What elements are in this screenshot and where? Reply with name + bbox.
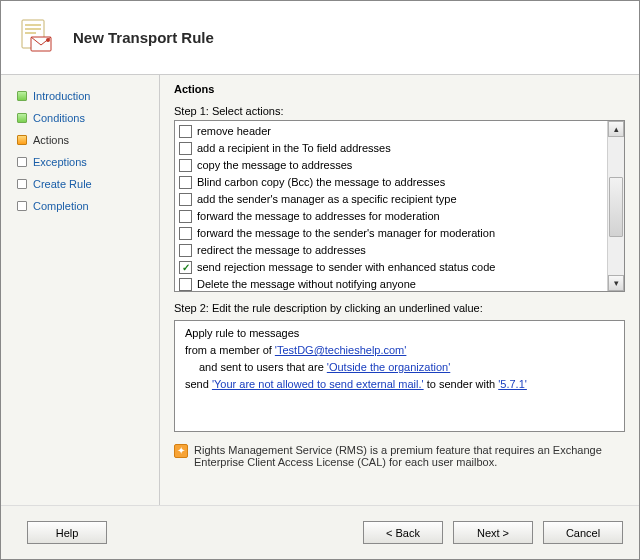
action-label: forward the message to the sender's mana… <box>197 225 495 242</box>
step-bullet-icon <box>17 179 27 189</box>
action-label: remove header <box>197 123 271 140</box>
nav-label: Introduction <box>33 90 90 102</box>
nav-step-conditions[interactable]: Conditions <box>17 107 159 129</box>
step1-label: Step 1: Select actions: <box>174 105 625 117</box>
checkbox-icon[interactable] <box>179 176 192 189</box>
rule-scope-prefix: and sent to users that are <box>199 361 327 373</box>
action-label: forward the message to addresses for mod… <box>197 208 440 225</box>
svg-rect-1 <box>25 24 41 26</box>
rule-rejection-msg-link[interactable]: 'Your are not allowed to send external m… <box>212 378 424 390</box>
actions-list-inner: remove header add a recipient in the To … <box>175 121 607 291</box>
step-bullet-icon <box>17 113 27 123</box>
action-row[interactable]: add a recipient in the To field addresse… <box>179 140 607 157</box>
scroll-thumb[interactable] <box>609 177 623 237</box>
rule-from-value-link[interactable]: 'TestDG@techieshelp.com' <box>275 344 407 356</box>
info-icon: ✦ <box>174 444 188 458</box>
rule-send-mid: to sender with <box>424 378 499 390</box>
step2-label: Step 2: Edit the rule description by cli… <box>174 302 625 314</box>
rule-apply-line: Apply rule to messages <box>181 325 618 342</box>
rule-status-code-link[interactable]: '5.7.1' <box>498 378 527 390</box>
action-row[interactable]: send rejection message to sender with en… <box>179 259 607 276</box>
action-row[interactable]: forward the message to addresses for mod… <box>179 208 607 225</box>
rule-from-line: from a member of 'TestDG@techieshelp.com… <box>181 342 618 359</box>
rms-note: ✦ Rights Management Service (RMS) is a p… <box>174 444 625 468</box>
scroll-track[interactable] <box>608 137 624 275</box>
rule-send-line: send 'Your are not allowed to send exter… <box>181 376 618 393</box>
checkbox-icon[interactable] <box>179 244 192 257</box>
action-label: Delete the message without notifying any… <box>197 276 416 291</box>
nav-step-completion[interactable]: Completion <box>17 195 159 217</box>
nav-step-actions[interactable]: Actions <box>17 129 159 151</box>
action-row[interactable]: copy the message to addresses <box>179 157 607 174</box>
rule-description-box: Apply rule to messages from a member of … <box>174 320 625 432</box>
action-label: redirect the message to addresses <box>197 242 366 259</box>
rule-scope-value-link[interactable]: 'Outside the organization' <box>327 361 450 373</box>
checkbox-icon[interactable] <box>179 125 192 138</box>
action-row[interactable]: Blind carbon copy (Bcc) the message to a… <box>179 174 607 191</box>
action-row[interactable]: remove header <box>179 123 607 140</box>
rule-scope-line: and sent to users that are 'Outside the … <box>181 359 618 376</box>
help-button[interactable]: Help <box>27 521 107 544</box>
action-label: add a recipient in the To field addresse… <box>197 140 391 157</box>
svg-rect-2 <box>25 28 41 30</box>
wizard-header: New Transport Rule <box>1 1 639 75</box>
nav-label: Exceptions <box>33 156 87 168</box>
step-bullet-icon <box>17 201 27 211</box>
step-bullet-icon <box>17 91 27 101</box>
action-label: send rejection message to sender with en… <box>197 259 495 276</box>
scroll-up-icon[interactable]: ▴ <box>608 121 624 137</box>
nav-label: Create Rule <box>33 178 92 190</box>
wizard-window: New Transport Rule Introduction Conditio… <box>0 0 640 560</box>
action-row[interactable]: Delete the message without notifying any… <box>179 276 607 291</box>
wizard-body: Introduction Conditions Actions Exceptio… <box>1 75 639 505</box>
rule-send-prefix: send <box>185 378 212 390</box>
next-button[interactable]: Next > <box>453 521 533 544</box>
back-button[interactable]: < Back <box>363 521 443 544</box>
nav-step-introduction[interactable]: Introduction <box>17 85 159 107</box>
actions-scrollbar[interactable]: ▴ ▾ <box>607 121 624 291</box>
checkbox-icon[interactable] <box>179 227 192 240</box>
action-label: add the sender's manager as a specific r… <box>197 191 457 208</box>
step-bullet-icon <box>17 135 27 145</box>
checkbox-icon[interactable] <box>179 142 192 155</box>
rule-from-prefix: from a member of <box>185 344 275 356</box>
nav-label: Completion <box>33 200 89 212</box>
checkbox-icon[interactable] <box>179 159 192 172</box>
checkbox-icon[interactable] <box>179 278 192 291</box>
wizard-title: New Transport Rule <box>73 29 214 46</box>
action-label: copy the message to addresses <box>197 157 352 174</box>
scroll-down-icon[interactable]: ▾ <box>608 275 624 291</box>
action-label: Blind carbon copy (Bcc) the message to a… <box>197 174 445 191</box>
nav-step-exceptions[interactable]: Exceptions <box>17 151 159 173</box>
nav-step-create-rule[interactable]: Create Rule <box>17 173 159 195</box>
checkbox-icon[interactable] <box>179 261 192 274</box>
wizard-footer: Help < Back Next > Cancel <box>1 505 639 559</box>
action-row[interactable]: add the sender's manager as a specific r… <box>179 191 607 208</box>
nav-label: Conditions <box>33 112 85 124</box>
page-heading: Actions <box>174 83 625 95</box>
transport-rule-icon <box>19 19 55 57</box>
action-row[interactable]: forward the message to the sender's mana… <box>179 225 607 242</box>
checkbox-icon[interactable] <box>179 210 192 223</box>
rms-note-text: Rights Management Service (RMS) is a pre… <box>194 444 621 468</box>
wizard-sidebar: Introduction Conditions Actions Exceptio… <box>1 75 159 505</box>
checkbox-icon[interactable] <box>179 193 192 206</box>
nav-label: Actions <box>33 134 69 146</box>
cancel-button[interactable]: Cancel <box>543 521 623 544</box>
svg-rect-3 <box>25 32 36 34</box>
actions-listbox[interactable]: remove header add a recipient in the To … <box>174 120 625 292</box>
action-row[interactable]: redirect the message to addresses <box>179 242 607 259</box>
step-bullet-icon <box>17 157 27 167</box>
wizard-content: Actions Step 1: Select actions: remove h… <box>159 75 639 505</box>
svg-point-5 <box>46 38 50 42</box>
